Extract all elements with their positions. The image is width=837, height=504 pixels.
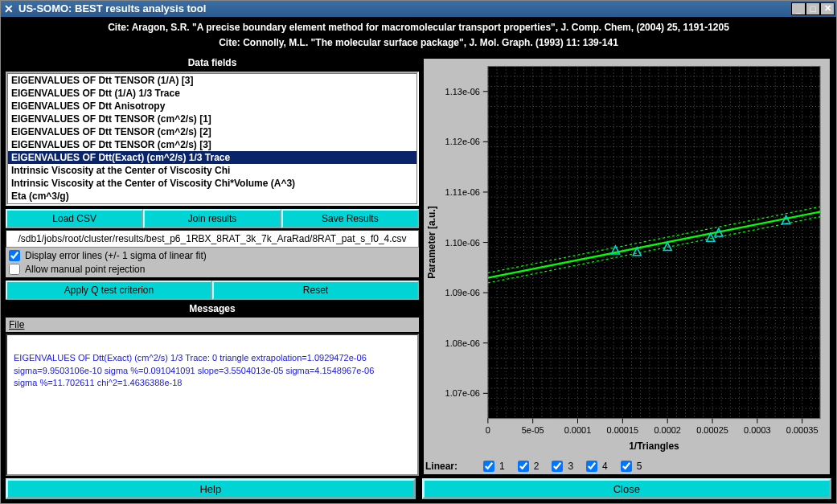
svg-text:1.09e-06: 1.09e-06 (445, 288, 480, 297)
messages-menubar: File (6, 318, 419, 332)
svg-text:0.0001: 0.0001 (564, 425, 592, 435)
list-item[interactable]: Intrinsic Viscosity at the Center of Vis… (8, 164, 416, 177)
linear-checkbox-4[interactable] (586, 461, 597, 472)
display-error-row: Display error lines (+/- 1 sigma of line… (6, 248, 419, 264)
window-title: US-SOMO: BEST results analysis tool (18, 2, 206, 14)
list-item[interactable]: EIGENVALUES OF Dtt TENSOR (cm^2/s) [2] (8, 125, 416, 138)
linear-checkbox-1[interactable] (483, 461, 494, 472)
svg-text:0.0002: 0.0002 (654, 425, 681, 435)
q-test-row: Apply Q test criterion Reset (6, 281, 419, 300)
window-controls: _ □ ✕ (791, 2, 835, 15)
list-item[interactable]: EIGENVALUES OF Dtt Anisotropy (8, 100, 416, 113)
join-results-button[interactable]: Join results (143, 209, 281, 228)
citations: Cite: Aragon, S.R. "A precise boundary e… (1, 17, 836, 55)
svg-text:0: 0 (486, 425, 490, 435)
svg-text:1.13e-06: 1.13e-06 (445, 87, 480, 96)
svg-text:0.00025: 0.00025 (696, 425, 728, 435)
svg-text:1.07e-06: 1.07e-06 (445, 388, 480, 398)
reset-button[interactable]: Reset (212, 281, 419, 300)
close-window-button[interactable]: ✕ (820, 2, 835, 15)
minimize-button[interactable]: _ (791, 2, 806, 15)
left-panel: Data fields EIGENVALUES OF Dtt TENSOR (1… (1, 55, 419, 476)
linear-checkbox-2[interactable] (518, 461, 529, 472)
svg-text:1.12e-06: 1.12e-06 (445, 137, 480, 146)
main-content: Data fields EIGENVALUES OF Dtt TENSOR (1… (1, 55, 836, 476)
data-fields-header: Data fields (6, 55, 419, 72)
close-button[interactable]: Close (422, 478, 832, 499)
list-item[interactable]: EIGENVALUES OF Dtt TENSOR (1/A) [3] (8, 74, 416, 87)
svg-rect-0 (488, 66, 820, 418)
citation-line: Cite: Aragon, S.R. "A precise boundary e… (6, 20, 831, 35)
list-item[interactable]: EIGENVALUES OF Dtt (1/A) 1/3 Trace (8, 87, 416, 100)
app-icon: ✕ (2, 2, 15, 15)
footer: Help Close (1, 476, 836, 503)
linear-option: 2 (518, 461, 540, 472)
svg-text:1/Triangles: 1/Triangles (629, 440, 679, 452)
data-fields-frame: EIGENVALUES OF Dtt TENSOR (1/A) [3]EIGEN… (6, 72, 419, 206)
linear-option-label: 4 (602, 461, 608, 472)
linear-option-label: 3 (568, 461, 573, 472)
linear-option: 4 (586, 461, 608, 472)
svg-text:1.11e-06: 1.11e-06 (445, 187, 480, 197)
list-item[interactable]: EIGENVALUES OF Dtt TENSOR (cm^2/s) [3] (8, 138, 416, 151)
svg-text:Parameter [a.u.]: Parameter [a.u.] (426, 206, 437, 278)
titlebar: ✕ US-SOMO: BEST results analysis tool _ … (1, 1, 836, 17)
linear-checkbox-3[interactable] (552, 461, 563, 472)
app-window: ✕ US-SOMO: BEST results analysis tool _ … (0, 0, 837, 504)
linear-option-label: 2 (534, 461, 540, 472)
file-menu[interactable]: File (9, 319, 24, 330)
apply-q-button[interactable]: Apply Q test criterion (6, 281, 212, 300)
linear-option: 3 (552, 461, 573, 472)
linear-checkbox-5[interactable] (621, 461, 632, 472)
linear-options-row: Linear: 12345 (424, 458, 830, 474)
csv-button-row: Load CSV Join results Save Results (6, 209, 419, 228)
allow-manual-row: Allow manual point rejection (6, 264, 419, 277)
load-csv-button[interactable]: Load CSV (6, 209, 143, 228)
list-item[interactable]: Eta (cm^3/g) (8, 190, 416, 203)
linear-option: 5 (621, 461, 642, 472)
list-item[interactable]: Intrinsic Viscosity at the Center of Vis… (8, 177, 416, 190)
svg-text:5e-05: 5e-05 (522, 425, 544, 435)
linear-option-label: 5 (637, 461, 642, 472)
messages-header: Messages (6, 301, 419, 318)
svg-text:1.08e-06: 1.08e-06 (445, 338, 480, 348)
svg-text:0.0003: 0.0003 (744, 425, 771, 435)
data-fields-listbox[interactable]: EIGENVALUES OF Dtt TENSOR (1/A) [3]EIGEN… (7, 73, 417, 204)
maximize-button[interactable]: □ (806, 2, 820, 15)
display-error-label: Display error lines (+/- 1 sigma of line… (25, 250, 207, 261)
svg-text:0.00035: 0.00035 (786, 425, 819, 435)
linear-option-label: 1 (499, 461, 505, 472)
allow-manual-label: Allow manual point rejection (25, 264, 145, 275)
linear-label: Linear: (425, 461, 457, 472)
right-panel: 05e-050.00010.000150.00020.000250.00030.… (419, 55, 831, 476)
help-button[interactable]: Help (6, 478, 416, 499)
citation-line: Cite: Connolly, M.L. "The molecular surf… (6, 35, 831, 51)
svg-text:0.00015: 0.00015 (607, 425, 639, 435)
chart-svg: 05e-050.00010.000150.00020.000250.00030.… (424, 59, 830, 458)
linear-option: 1 (483, 461, 505, 472)
display-error-checkbox[interactable] (9, 250, 20, 261)
allow-manual-checkbox[interactable] (9, 264, 20, 275)
messages-textarea[interactable]: EIGENVALUES OF Dtt(Exact) (cm^2/s) 1/3 T… (6, 334, 419, 476)
list-item[interactable]: EIGENVALUES OF Dtt(Exact) (cm^2/s) 1/3 T… (8, 151, 416, 164)
chart-area[interactable]: 05e-050.00010.000150.00020.000250.00030.… (424, 59, 830, 458)
list-item[interactable]: EIGENVALUES OF Dtt TENSOR (cm^2/s) [1] (8, 113, 416, 125)
save-results-button[interactable]: Save Results (281, 209, 419, 228)
csv-path-field[interactable]: /sdb1/jobs/root/cluster/results/best_p6_… (6, 230, 419, 248)
svg-text:1.10e-06: 1.10e-06 (445, 238, 480, 248)
